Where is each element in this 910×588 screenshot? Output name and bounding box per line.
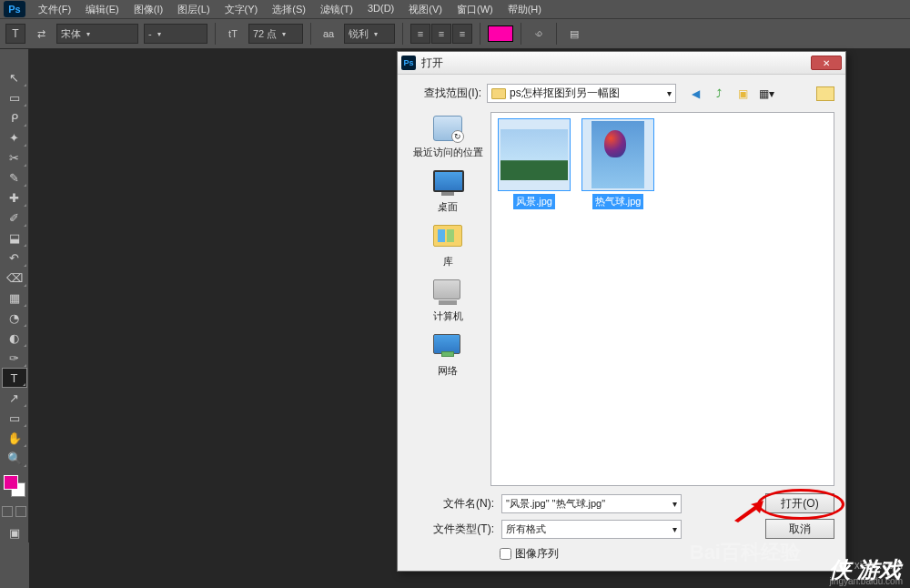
ps-icon: Ps (401, 56, 416, 70)
up-icon[interactable]: ⤴ (711, 86, 727, 102)
warp-text-icon[interactable]: ꩜ (529, 24, 549, 44)
font-size-icon: tT (223, 24, 243, 44)
places-bar: ↻最近访问的位置桌面库计算机网络 (409, 112, 487, 486)
menu-item[interactable]: 帮助(H) (500, 3, 549, 16)
character-panel-icon[interactable]: ▤ (564, 24, 584, 44)
view-menu-icon[interactable]: ▦▾ (758, 86, 774, 102)
eyedropper-tool[interactable]: ✎ (2, 167, 27, 188)
pen-tool[interactable]: ✑ (2, 348, 27, 368)
lookin-value: ps怎样抠图到另一幅图 (510, 86, 620, 101)
filetype-label: 文件类型(T): (421, 522, 494, 537)
menu-item[interactable]: 图层(L) (170, 3, 217, 16)
brush-tool[interactable]: ✐ (2, 208, 27, 228)
toggle-orientation-icon[interactable]: ⇄ (31, 24, 51, 44)
hand-tool[interactable]: ✋ (2, 428, 27, 448)
font-style-value: - (148, 28, 152, 39)
tool-preset[interactable]: T (5, 24, 25, 44)
recent-icon: ↻ (433, 116, 462, 143)
marquee-tool[interactable]: ▭ (2, 87, 27, 107)
anti-alias-dropdown[interactable]: 锐利▾ (344, 24, 395, 44)
place-libraries[interactable]: 库 (433, 225, 462, 269)
filename-combo[interactable]: "风景.jpg" "热气球.jpg" ▾ (501, 494, 682, 513)
foreground-color[interactable] (4, 475, 18, 490)
quick-mask-mode-icon[interactable] (15, 506, 26, 517)
folder-icon (491, 88, 506, 99)
thumbnail-image (592, 121, 644, 188)
thumbnail-image (500, 129, 568, 180)
back-icon[interactable]: ◀ (687, 86, 703, 102)
lasso-tool[interactable]: ᑭ (2, 107, 27, 127)
file-label: 风景.jpg (513, 194, 555, 209)
blur-tool[interactable]: ◔ (2, 308, 27, 328)
filename-label: 文件名(N): (421, 496, 494, 512)
gradient-tool[interactable]: ▦ (2, 288, 27, 308)
toolbox: ↖▭ᑭ✦✂✎✚✐⬓↶⌫▦◔◐✑T↗▭✋🔍 ▣ (0, 49, 29, 542)
anti-alias-icon: aa (318, 24, 339, 44)
watermark-baidu: Bai百科经验 (690, 539, 801, 566)
menu-bar: Ps 文件(F)编辑(E)图像(I)图层(L)文字(Y)选择(S)滤镜(T)3D… (0, 0, 910, 18)
text-color-swatch[interactable] (488, 25, 513, 42)
file-list[interactable]: 风景.jpg热气球.jpg (490, 112, 834, 486)
place-recent[interactable]: ↻最近访问的位置 (413, 116, 483, 159)
stamp-tool[interactable]: ⬓ (2, 228, 27, 248)
font-size-dropdown[interactable]: 72 点▾ (248, 24, 303, 44)
lookin-label: 查找范围(I): (409, 86, 481, 101)
desktop-icon (433, 170, 462, 198)
menu-item[interactable]: 文字(Y) (217, 3, 266, 16)
move-tool[interactable]: ↖ (2, 67, 27, 87)
font-family-value: 宋体 (61, 27, 81, 41)
libraries-icon (433, 225, 462, 252)
new-folder-icon[interactable]: ▣ (734, 86, 751, 102)
screen-mode-icon[interactable]: ▣ (2, 522, 27, 542)
options-bar: T ⇄ 宋体▾ -▾ tT 72 点▾ aa 锐利▾ ≡ ≡ ≡ ꩜ ▤ (0, 18, 910, 49)
filename-value: "风景.jpg" "热气球.jpg" (506, 497, 605, 511)
file-landscape[interactable]: 风景.jpg (497, 118, 571, 209)
filetype-value: 所有格式 (506, 522, 546, 536)
dialog-title: 打开 (421, 56, 811, 71)
color-swatches[interactable] (0, 473, 28, 501)
path-select-tool[interactable]: ↗ (2, 388, 27, 408)
menu-item[interactable]: 编辑(E) (78, 3, 126, 16)
font-family-dropdown[interactable]: 宋体▾ (56, 24, 138, 44)
open-button[interactable]: 打开(O) (765, 493, 834, 513)
menu-item[interactable]: 文件(F) (31, 3, 78, 16)
quick-select-tool[interactable]: ✦ (2, 127, 27, 147)
history-brush-tool[interactable]: ↶ (2, 248, 27, 268)
open-dialog: Ps 打开 ✕ 查找范围(I): ps怎样抠图到另一幅图 ▾ ◀ ⤴ ▣ ▦▾ … (397, 51, 846, 572)
edit-mode-group (0, 506, 28, 517)
place-computer[interactable]: 计算机 (433, 279, 463, 323)
font-style-dropdown[interactable]: -▾ (144, 24, 207, 44)
align-center-button[interactable]: ≡ (431, 24, 451, 44)
menu-item[interactable]: 图像(I) (126, 3, 170, 16)
sequence-checkbox[interactable] (500, 548, 511, 560)
cancel-button[interactable]: 取消 (765, 519, 834, 539)
crop-tool[interactable]: ✂ (2, 147, 27, 167)
ps-logo: Ps (4, 1, 25, 17)
file-balloon[interactable]: 热气球.jpg (581, 118, 655, 209)
watermark-site: xiayx.com (854, 559, 903, 572)
filetype-combo[interactable]: 所有格式 ▾ (501, 520, 682, 539)
menu-item[interactable]: 选择(S) (265, 3, 313, 16)
eraser-tool[interactable]: ⌫ (2, 268, 27, 288)
menu-item[interactable]: 滤镜(T) (313, 3, 360, 16)
type-tool[interactable]: T (2, 368, 27, 388)
healing-tool[interactable]: ✚ (2, 188, 27, 208)
lookin-dropdown[interactable]: ps怎样抠图到另一幅图 ▾ (487, 84, 676, 103)
image-size-icon[interactable] (816, 86, 834, 101)
text-align-group: ≡ ≡ ≡ (410, 24, 472, 44)
dodge-tool[interactable]: ◐ (2, 328, 27, 348)
network-icon (433, 334, 462, 361)
menu-item[interactable]: 3D(D) (360, 3, 401, 16)
watermark-url: jingyan.baidu.com (829, 576, 903, 586)
menu-item[interactable]: 视图(V) (401, 3, 450, 16)
zoom-tool[interactable]: 🔍 (2, 448, 27, 468)
rectangle-tool[interactable]: ▭ (2, 408, 27, 428)
align-left-button[interactable]: ≡ (410, 24, 430, 44)
standard-mode-icon[interactable] (2, 506, 13, 517)
place-desktop[interactable]: 桌面 (433, 170, 462, 214)
anti-alias-value: 锐利 (349, 27, 369, 41)
place-network[interactable]: 网络 (433, 334, 462, 378)
menu-item[interactable]: 窗口(W) (450, 3, 500, 16)
close-icon[interactable]: ✕ (811, 56, 842, 70)
align-right-button[interactable]: ≡ (452, 24, 472, 44)
